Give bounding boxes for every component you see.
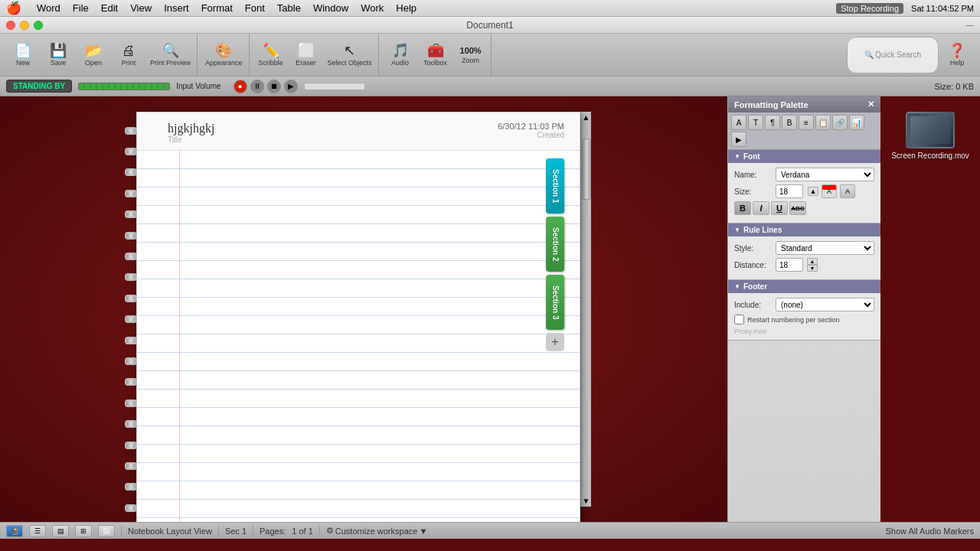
notebook-view-btn[interactable]: 📓 xyxy=(6,525,23,537)
print-preview-button[interactable]: 🔍 Print Preview xyxy=(147,37,194,73)
new-button[interactable]: 📄 New xyxy=(6,37,40,73)
print-button[interactable]: 🖨 Print xyxy=(112,37,145,73)
pages-label: Pages: xyxy=(260,527,286,536)
note-meta: 6/30/12 11:03 PM Created xyxy=(498,122,564,139)
save-button[interactable]: 💾 Save xyxy=(41,37,75,73)
palette-title: Formatting Palette xyxy=(734,100,808,109)
eraser-button[interactable]: ⬜ Eraser xyxy=(289,37,323,73)
toolbox-label: Toolbox xyxy=(423,59,447,67)
open-label: Open xyxy=(85,59,102,67)
scroll-thumb[interactable] xyxy=(582,139,591,200)
palette-icon-p[interactable]: ¶ xyxy=(765,115,780,130)
footer-include-select[interactable]: (none) xyxy=(776,298,874,311)
footer-section-header[interactable]: ▼ Footer xyxy=(728,280,880,293)
view-btn-3[interactable]: ▤ xyxy=(52,525,69,537)
section-tab-1[interactable]: Section 1 xyxy=(546,158,564,214)
font-highlight-btn[interactable]: A xyxy=(840,184,855,198)
show-audio-markers-btn[interactable]: Show All Audio Markers xyxy=(885,527,974,536)
distance-down-btn[interactable]: ▼ xyxy=(807,265,818,272)
window-title: Document1 xyxy=(466,20,513,31)
menu-insert[interactable]: Insert xyxy=(158,1,195,15)
palette-icon-list[interactable]: ≡ xyxy=(799,115,814,130)
record-button[interactable]: ● xyxy=(234,80,247,93)
bold-button[interactable]: B xyxy=(734,201,751,215)
strikethrough-button[interactable]: ABC xyxy=(789,201,806,215)
menu-work[interactable]: Work xyxy=(354,1,390,15)
size-display: Size: 0 KB xyxy=(935,82,974,91)
menu-view[interactable]: View xyxy=(124,1,158,15)
palette-icon-chart[interactable]: 📊 xyxy=(849,115,864,130)
note-title[interactable]: hjgkjhgkj xyxy=(168,122,214,135)
help-label: Help xyxy=(950,59,965,67)
view-btn-2[interactable]: ☰ xyxy=(29,525,46,537)
screen-recording-icon[interactable]: Screen Recording.mov xyxy=(891,112,969,160)
audio-button[interactable]: 🎵 Audio xyxy=(384,37,417,73)
restart-numbering-checkbox[interactable] xyxy=(734,315,744,324)
toolbox-button[interactable]: 🧰 Toolbox xyxy=(419,37,452,73)
stop-recording-btn[interactable]: Stop Recording xyxy=(836,3,903,14)
menu-help[interactable]: Help xyxy=(390,1,423,15)
menu-file[interactable]: File xyxy=(67,1,95,15)
underline-button[interactable]: U xyxy=(771,201,788,215)
spiral-ring xyxy=(125,462,137,470)
sections-panel: Section 1 Section 2 Section 3 + xyxy=(546,158,564,351)
distance-up-btn[interactable]: ▲ xyxy=(807,258,818,265)
font-size-up-btn[interactable]: ▲ xyxy=(808,187,818,196)
window-collapse-btn[interactable]: — xyxy=(966,21,974,29)
rule-lines-header[interactable]: ▼ Rule Lines xyxy=(728,223,880,236)
palette-icon-clip[interactable]: 📋 xyxy=(815,115,831,130)
font-section-header[interactable]: ▼ Font xyxy=(728,150,880,163)
stop-button[interactable]: ⏹ xyxy=(267,80,281,93)
maximize-button[interactable] xyxy=(34,21,43,30)
rule-lines-section: ▼ Rule Lines Style: Standard Distance: ▲… xyxy=(728,223,880,280)
notebook: hjgkjhgkj Title 6/30/12 11:03 PM Created… xyxy=(136,112,580,522)
font-size-input[interactable] xyxy=(776,184,803,198)
toolbar-search-group: 🔍 Quick Search ❓ Help xyxy=(493,34,977,76)
appearance-button[interactable]: 🎨 Appearance xyxy=(202,37,246,73)
italic-button[interactable]: I xyxy=(753,201,769,215)
menu-window[interactable]: Window xyxy=(307,1,354,15)
scribble-button[interactable]: ✏️ Scribble xyxy=(254,37,288,73)
menu-format[interactable]: Format xyxy=(195,1,239,15)
palette-icon-link[interactable]: 🔗 xyxy=(832,115,848,130)
section-tab-3[interactable]: Section 3 xyxy=(546,275,564,330)
scroll-down-arrow[interactable]: ▼ xyxy=(581,495,592,507)
menu-word[interactable]: Word xyxy=(31,1,67,15)
palette-icon-more[interactable]: ▶ xyxy=(731,132,746,147)
palette-icon-b[interactable]: B xyxy=(782,115,797,130)
help-button[interactable]: ❓ Help xyxy=(940,37,974,73)
save-label: Save xyxy=(51,59,67,67)
rule-distance-input[interactable] xyxy=(776,258,803,272)
close-button[interactable] xyxy=(6,21,15,30)
minimize-button[interactable] xyxy=(20,21,29,30)
open-button[interactable]: 📂 Open xyxy=(77,37,110,73)
view-btn-4[interactable]: ⊞ xyxy=(75,525,92,537)
add-section-button[interactable]: + xyxy=(546,333,564,351)
menu-font[interactable]: Font xyxy=(239,1,271,15)
apple-menu[interactable]: 🍎 xyxy=(6,1,21,15)
play-button[interactable]: ▶ xyxy=(284,80,298,93)
palette-title-bar: Formatting Palette ✕ xyxy=(728,96,880,112)
customize-workspace-btn[interactable]: ⚙ Customize workspace ▼ xyxy=(326,526,427,536)
window-controls xyxy=(6,21,43,30)
scroll-up-arrow[interactable]: ▲ xyxy=(581,112,592,123)
zoom-button[interactable]: 100% Zoom xyxy=(454,37,488,73)
toolbar: 📄 New 💾 Save 📂 Open 🖨 Print 🔍 Print Prev… xyxy=(0,34,980,77)
footer-section: ▼ Footer Include: (none) Restart numberi… xyxy=(728,280,880,341)
rule-style-select[interactable]: Standard xyxy=(776,241,874,255)
scrollbar[interactable]: ▲ ▼ xyxy=(580,112,591,507)
font-name-select[interactable]: Verdana xyxy=(776,168,874,181)
palette-collapse-icon[interactable]: ✕ xyxy=(867,99,874,109)
menu-table[interactable]: Table xyxy=(271,1,307,15)
lined-paper[interactable] xyxy=(137,151,580,522)
menu-edit[interactable]: Edit xyxy=(95,1,124,15)
font-color-btn[interactable]: A xyxy=(822,184,837,198)
quick-search-button[interactable]: 🔍 Quick Search xyxy=(847,37,939,73)
palette-icon-a[interactable]: A xyxy=(731,115,746,130)
input-volume-label: Input Volume xyxy=(176,82,220,90)
select-objects-button[interactable]: ↖ Select Objects xyxy=(325,37,375,73)
pause-button[interactable]: ⏸ xyxy=(250,80,264,93)
view-btn-5[interactable]: ⬜ xyxy=(98,525,115,537)
palette-icon-t[interactable]: T xyxy=(748,115,763,130)
section-tab-2[interactable]: Section 2 xyxy=(546,217,564,272)
